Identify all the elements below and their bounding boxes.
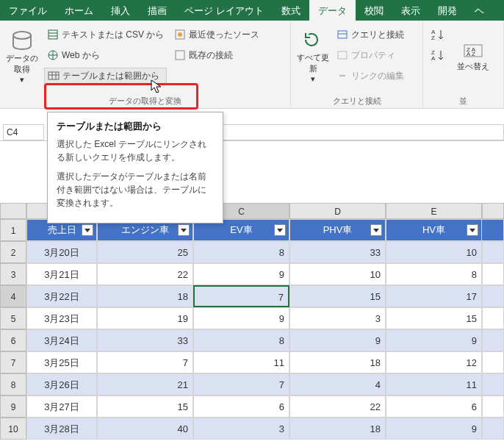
title-tab[interactable]: ホーム <box>56 0 102 21</box>
row-header[interactable]: 2 <box>0 241 26 263</box>
row-header[interactable]: 10 <box>0 418 26 440</box>
cell[interactable]: 22 <box>97 263 193 285</box>
cell[interactable]: 3 <box>193 418 289 440</box>
cell[interactable]: 40 <box>97 418 193 440</box>
row-header[interactable]: 4 <box>0 285 26 307</box>
cell[interactable]: 3月23日 <box>26 307 97 329</box>
cell[interactable]: 6 <box>386 395 482 418</box>
th-phv[interactable]: PHV車 <box>289 219 386 241</box>
recent-sources-button[interactable]: 最近使ったソース <box>171 26 262 43</box>
queries-connections-button[interactable]: クエリと接続 <box>334 26 407 43</box>
row-header[interactable]: 7 <box>0 351 26 373</box>
title-tab[interactable]: 描画 <box>139 0 176 21</box>
cell[interactable]: 8 <box>386 263 482 285</box>
cell[interactable] <box>482 241 504 263</box>
cell[interactable]: 18 <box>289 351 386 373</box>
title-tab[interactable]: 数式 <box>273 0 309 21</box>
cell[interactable] <box>482 307 504 329</box>
cell[interactable]: 3月28日 <box>26 418 97 440</box>
from-text-csv-button[interactable]: テキストまたは CSV から <box>44 26 167 43</box>
get-data-button[interactable]: データの取得 ▾ <box>4 24 40 90</box>
cell[interactable]: 3月21日 <box>26 263 97 285</box>
title-tab[interactable]: 開発 <box>429 0 466 21</box>
cell[interactable]: 3月24日 <box>26 329 97 351</box>
cell[interactable]: 3月22日 <box>26 285 97 307</box>
cell[interactable]: 15 <box>386 307 482 329</box>
title-tab[interactable]: 表示 <box>392 0 429 21</box>
cell[interactable]: 25 <box>97 241 193 263</box>
title-tab[interactable]: ファイル <box>0 0 56 21</box>
from-table-range-button[interactable]: テーブルまたは範囲から <box>44 68 167 84</box>
cell[interactable] <box>482 263 504 285</box>
cell[interactable]: 19 <box>97 307 193 329</box>
col-header-next[interactable] <box>482 203 504 219</box>
cell[interactable]: 18 <box>289 418 386 440</box>
cell[interactable]: 10 <box>386 241 482 263</box>
filter-button[interactable] <box>178 224 190 236</box>
cell[interactable]: 12 <box>386 351 482 373</box>
cell[interactable]: 3月20日 <box>26 241 97 263</box>
name-box[interactable]: C4 <box>3 124 44 140</box>
row-header[interactable]: 8 <box>0 373 26 395</box>
sort-button[interactable]: Z AA Z 並べ替え <box>451 24 495 90</box>
cell[interactable]: 18 <box>97 285 193 307</box>
title-tab[interactable]: データ <box>309 0 356 21</box>
cell[interactable] <box>482 395 504 418</box>
cell[interactable]: 9 <box>289 329 386 351</box>
cell[interactable] <box>482 285 504 307</box>
cell[interactable]: 9 <box>386 418 482 440</box>
col-header-E[interactable]: E <box>386 203 482 219</box>
cell[interactable]: 11 <box>193 351 289 373</box>
cell[interactable] <box>482 329 504 351</box>
cell[interactable] <box>482 418 504 440</box>
col-header-D[interactable]: D <box>289 203 386 219</box>
cell[interactable]: 10 <box>289 263 386 285</box>
cell[interactable]: 15 <box>289 285 386 307</box>
filter-button[interactable] <box>82 224 93 236</box>
cell[interactable]: 9 <box>193 263 289 285</box>
from-web-button[interactable]: Web から <box>44 47 167 63</box>
filter-button[interactable] <box>370 224 382 236</box>
cell[interactable]: 7 <box>193 373 289 395</box>
select-all-corner[interactable] <box>0 203 26 219</box>
cell[interactable]: 8 <box>193 329 289 351</box>
cell[interactable]: 21 <box>97 373 193 395</box>
svg-rect-7 <box>338 31 347 38</box>
title-tab[interactable]: 挿入 <box>102 0 139 21</box>
cell[interactable]: 9 <box>386 329 482 351</box>
th-hv[interactable]: HV車 <box>386 219 482 241</box>
existing-connections-button[interactable]: 既存の接続 <box>171 47 262 63</box>
row-header-1[interactable]: 1 <box>0 219 26 241</box>
cell[interactable]: 6 <box>193 395 289 418</box>
refresh-all-button[interactable]: すべて更新 ▾ <box>295 24 331 90</box>
title-tab[interactable]: ページ レイアウト <box>176 0 273 21</box>
cell[interactable]: 4 <box>289 373 386 395</box>
cell[interactable] <box>482 373 504 395</box>
cell[interactable]: 8 <box>193 241 289 263</box>
title-tab[interactable]: ヘ <box>466 0 493 21</box>
cell[interactable]: 22 <box>289 395 386 418</box>
cell[interactable]: 7 <box>193 285 289 307</box>
row-header[interactable]: 6 <box>0 329 26 351</box>
cell[interactable]: 9 <box>193 307 289 329</box>
cell[interactable]: 3月26日 <box>26 373 97 395</box>
cell[interactable]: 7 <box>97 351 193 373</box>
cell[interactable]: 15 <box>97 395 193 418</box>
row-header[interactable]: 5 <box>0 307 26 329</box>
row-header[interactable]: 9 <box>0 395 26 418</box>
sort-desc-button[interactable]: ZA <box>428 47 448 63</box>
cell[interactable]: 11 <box>386 373 482 395</box>
cell[interactable] <box>482 351 504 373</box>
cell[interactable]: 33 <box>289 241 386 263</box>
cell[interactable]: 33 <box>97 329 193 351</box>
row-header[interactable]: 3 <box>0 263 26 285</box>
sort-asc-button[interactable]: AZ <box>428 26 448 43</box>
cell[interactable]: 3月27日 <box>26 395 97 418</box>
cell[interactable]: 3 <box>289 307 386 329</box>
cell[interactable]: 3月25日 <box>26 351 97 373</box>
filter-button[interactable] <box>274 224 286 236</box>
cell[interactable]: 17 <box>386 285 482 307</box>
title-tab[interactable]: 校閲 <box>356 0 392 21</box>
filter-button[interactable] <box>467 224 478 236</box>
th-extra[interactable] <box>482 219 504 241</box>
